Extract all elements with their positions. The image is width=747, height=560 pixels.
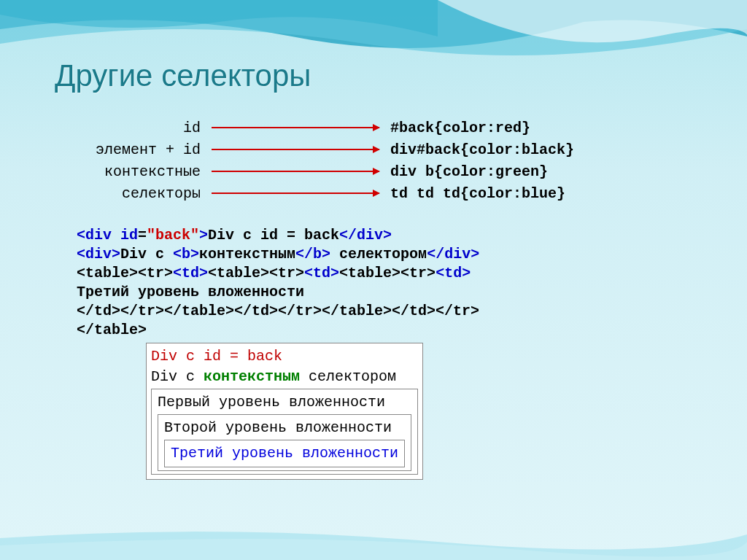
code-element-id: div#back{color:black} [379,141,574,158]
nest-level-1: Первый уровень вложенности Второй уровен… [153,391,416,472]
code-line-3: <table><tr><td><table><tr><td><table><tr… [77,264,479,283]
selector-mapping: id #back{color:red} элемент + id div#bac… [29,117,718,204]
selector-row-context: контекстные div b{color:green} [29,160,718,182]
selector-row-element-id: элемент + id div#back{color:black} [29,139,718,160]
slide-decoration-bottom [0,516,747,560]
label-context: контекстные [29,163,212,180]
html-source-code: <div id="back">Div с id = back</div> <di… [77,226,479,340]
arrow-icon [212,127,379,128]
arrow-icon [212,171,379,172]
label-id: id [29,120,212,136]
label-element-id: элемент + id [29,141,212,158]
selector-row-id: id #back{color:red} [29,117,718,139]
slide-title: Другие селекторы [55,58,311,93]
nest-level-3: Третий уровень вложенности [166,442,403,465]
nest-level-2: Второй уровень вложенности Третий уровен… [160,416,409,469]
rendered-preview: Div с id = back Div с контекстным селект… [146,343,423,480]
preview-line-red: Div с id = back [151,346,418,367]
code-descendant: td td td{color:blue} [379,185,565,202]
code-context: div b{color:green} [379,163,548,180]
selector-row-descendant: селекторы td td td{color:blue} [29,182,718,204]
arrow-icon [212,149,379,150]
preview-nested-table: Первый уровень вложенности Второй уровен… [151,389,418,475]
code-line-5: </td></tr></table></td></tr></table></td… [77,302,479,321]
preview-line-context: Div с контекстным селектором [151,367,418,387]
code-line-1: <div id="back">Div с id = back</div> [77,226,479,245]
arrow-icon [212,192,379,194]
code-id: #back{color:red} [379,120,530,136]
code-line-2: <div>Div с <b>контекстным</b> селектором… [77,245,479,264]
code-line-4: Третий уровень вложенности [77,283,479,302]
label-descendant: селекторы [29,185,212,202]
code-line-6: </table> [77,321,479,340]
